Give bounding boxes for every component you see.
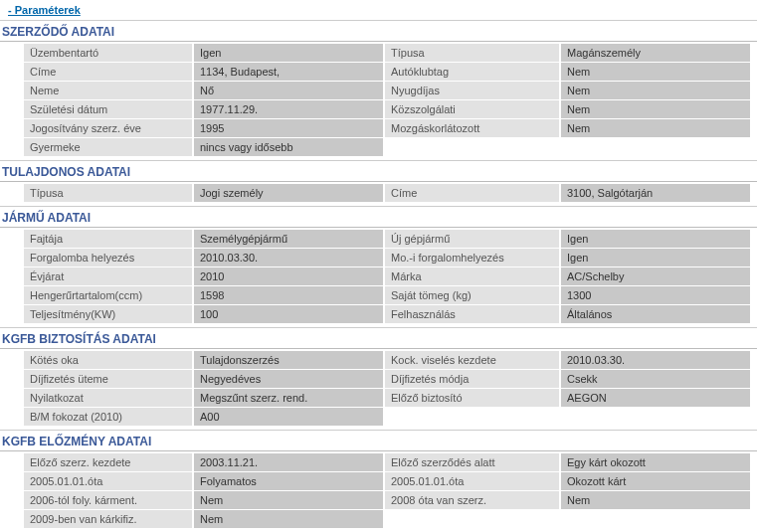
data-grid: FajtájaSzemélygépjárműÚj gépjárműIgenFor… <box>0 228 757 327</box>
field-value: Nem <box>561 119 750 137</box>
field-value: 1977.11.29. <box>194 100 383 118</box>
field-value <box>561 510 750 528</box>
field-label: Nyilatkozat <box>24 389 192 407</box>
field-label: Saját tömeg (kg) <box>385 286 559 304</box>
field-value: Igen <box>561 230 750 248</box>
field-label: Teljesítmény(KW) <box>24 305 192 323</box>
section: KGFB BIZTOSÍTÁS ADATAIKötés okaTulajdons… <box>0 327 757 430</box>
section-title: SZERZŐDŐ ADATAI <box>0 21 757 42</box>
field-label: Fajtája <box>24 230 192 248</box>
field-value: Nem <box>561 100 750 118</box>
data-grid: TípusaJogi személyCíme3100, Salgótarján <box>0 182 757 206</box>
field-value: 2010.03.30. <box>561 351 750 369</box>
field-label: Közszolgálati <box>385 100 559 118</box>
field-label <box>385 138 559 156</box>
field-label: Díjfizetés módja <box>385 370 559 388</box>
field-value <box>561 408 750 426</box>
field-label: Évjárat <box>24 267 192 285</box>
field-value: Igen <box>194 44 383 62</box>
field-label: B/M fokozat (2010) <box>24 408 192 426</box>
field-value: 1598 <box>194 286 383 304</box>
field-label <box>385 408 559 426</box>
field-value: Nem <box>194 491 383 509</box>
field-label: 2008 óta van szerz. <box>385 491 559 509</box>
field-label: Új gépjármű <box>385 230 559 248</box>
field-label: 2006-tól foly. kárment. <box>24 491 192 509</box>
field-value: Nem <box>561 82 750 99</box>
data-grid: ÜzembentartóIgenTípusaMagánszemélyCíme11… <box>0 42 757 160</box>
field-value: Személygépjármű <box>194 230 383 248</box>
section: JÁRMŰ ADATAIFajtájaSzemélygépjárműÚj gép… <box>0 206 757 327</box>
field-value: 1134, Budapest, <box>194 63 383 81</box>
field-value: A00 <box>194 408 383 426</box>
field-value: 1300 <box>561 286 750 304</box>
section: SZERZŐDŐ ADATAIÜzembentartóIgenTípusaMag… <box>0 20 757 160</box>
field-label: Nyugdíjas <box>385 82 559 99</box>
field-value: Csekk <box>561 370 750 388</box>
field-label: Előző biztosító <box>385 389 559 407</box>
field-value: 100 <box>194 305 383 323</box>
field-value: AEGON <box>561 389 750 407</box>
field-value: 2010 <box>194 267 383 285</box>
field-label: Előző szerződés alatt <box>385 453 559 471</box>
field-label: Mozgáskorlátozott <box>385 119 559 137</box>
field-value: Tulajdonszerzés <box>194 351 383 369</box>
field-value: 2003.11.21. <box>194 453 383 471</box>
field-value: Nem <box>561 63 750 81</box>
field-label: 2005.01.01.óta <box>24 472 192 490</box>
field-label: Mo.-i forgalomhelyezés <box>385 249 559 266</box>
field-value: Nő <box>194 82 383 99</box>
field-label: Autóklubtag <box>385 63 559 81</box>
field-value: Egy kárt okozott <box>561 453 750 471</box>
field-label: Felhasználás <box>385 305 559 323</box>
field-value: 3100, Salgótarján <box>561 184 750 202</box>
section-title: JÁRMŰ ADATAI <box>0 207 757 228</box>
data-grid: Előző szerz. kezdete2003.11.21.Előző sze… <box>0 451 757 532</box>
field-value: Nem <box>561 491 750 509</box>
field-label: Címe <box>385 184 559 202</box>
field-label: Gyermeke <box>24 138 192 156</box>
field-label: Kock. viselés kezdete <box>385 351 559 369</box>
field-value: Negyedéves <box>194 370 383 388</box>
field-value: Nem <box>194 510 383 528</box>
field-label: Címe <box>24 63 192 81</box>
field-label: Neme <box>24 82 192 99</box>
section-title: TULAJDONOS ADATAI <box>0 161 757 182</box>
section-title: KGFB BIZTOSÍTÁS ADATAI <box>0 328 757 349</box>
field-value: Magánszemély <box>561 44 750 62</box>
field-label: Típusa <box>385 44 559 62</box>
field-label <box>385 510 559 528</box>
field-value: Okozott kárt <box>561 472 750 490</box>
field-value: 2010.03.30. <box>194 249 383 266</box>
field-value: Folyamatos <box>194 472 383 490</box>
section-title: KGFB ELŐZMÉNY ADATAI <box>0 431 757 451</box>
field-label: Jogosítvány szerz. éve <box>24 119 192 137</box>
field-label: Forgalomba helyezés <box>24 249 192 266</box>
field-label: 2005.01.01.óta <box>385 472 559 490</box>
field-value: AC/Schelby <box>561 267 750 285</box>
field-value: Igen <box>561 249 750 266</box>
section: KGFB ELŐZMÉNY ADATAIElőző szerz. kezdete… <box>0 430 757 532</box>
field-value: Jogi személy <box>194 184 383 202</box>
field-value: Megszűnt szerz. rend. <box>194 389 383 407</box>
field-label: Kötés oka <box>24 351 192 369</box>
field-label: Hengerűrtartalom(ccm) <box>24 286 192 304</box>
field-label: Típusa <box>24 184 192 202</box>
field-label: Díjfizetés üteme <box>24 370 192 388</box>
field-label: Márka <box>385 267 559 285</box>
field-label: Születési dátum <box>24 100 192 118</box>
field-label: Előző szerz. kezdete <box>24 453 192 471</box>
field-label: 2009-ben van kárkifiz. <box>24 510 192 528</box>
field-value: Általános <box>561 305 750 323</box>
parameters-link[interactable]: - Paraméterek <box>0 0 89 20</box>
section: TULAJDONOS ADATAITípusaJogi személyCíme3… <box>0 160 757 206</box>
field-value <box>561 138 750 156</box>
data-grid: Kötés okaTulajdonszerzésKock. viselés ke… <box>0 349 757 430</box>
field-value: nincs vagy idősebb <box>194 138 383 156</box>
field-value: 1995 <box>194 119 383 137</box>
field-label: Üzembentartó <box>24 44 192 62</box>
